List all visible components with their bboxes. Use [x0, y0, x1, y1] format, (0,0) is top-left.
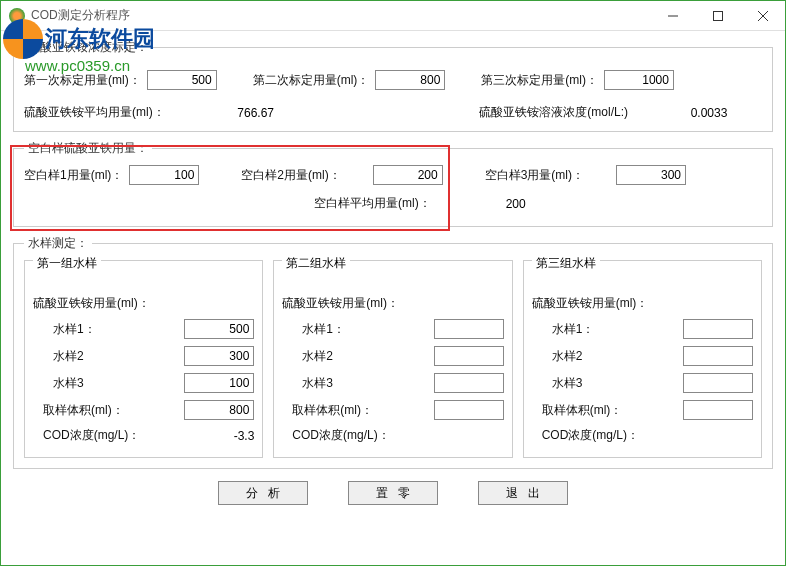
sample-group-1: 第一组水样硫酸亚铁铵用量(ml)：水样1：水样2水样3取样体积(ml)：COD浓…	[24, 260, 263, 458]
cal3-input[interactable]	[604, 70, 674, 90]
button-bar: 分析 置零 退出	[13, 481, 773, 505]
s1-label: 水样1：	[282, 321, 392, 338]
window-title: COD测定分析程序	[31, 7, 650, 24]
s1-input[interactable]	[184, 319, 254, 339]
cod-label: COD浓度(mg/L)：	[532, 427, 642, 444]
cod-label: COD浓度(mg/L)：	[282, 427, 392, 444]
s2-input[interactable]	[683, 346, 753, 366]
vol-label: 取样体积(ml)：	[532, 402, 642, 419]
blank-legend: 空白样硫酸亚铁用量：	[24, 140, 152, 157]
group-title: 第一组水样	[33, 255, 101, 272]
blank2-label: 空白样2用量(ml)：	[241, 167, 340, 184]
s3-label: 水样3	[33, 375, 143, 392]
maximize-button[interactable]	[695, 1, 740, 31]
s2-input[interactable]	[434, 346, 504, 366]
sample-group-3: 第三组水样硫酸亚铁铵用量(ml)：水样1：水样2水样3取样体积(ml)：COD浓…	[523, 260, 762, 458]
blank-avg-label: 空白样平均用量(ml)：	[314, 195, 431, 212]
s1-label: 水样1：	[532, 321, 642, 338]
minimize-button[interactable]	[650, 1, 695, 31]
window-controls	[650, 1, 785, 30]
s1-input[interactable]	[683, 319, 753, 339]
blank1-input[interactable]	[129, 165, 199, 185]
blank-group: 空白样硫酸亚铁用量： 空白样1用量(ml)： 空白样2用量(ml)： 空白样3用…	[13, 140, 773, 227]
group-title: 第三组水样	[532, 255, 600, 272]
vol-input[interactable]	[434, 400, 504, 420]
blank3-label: 空白样3用量(ml)：	[485, 167, 584, 184]
blank2-input[interactable]	[373, 165, 443, 185]
close-button[interactable]	[740, 1, 785, 31]
cal-conc-value: 0.0033	[674, 106, 744, 120]
cal1-label: 第一次标定用量(ml)：	[24, 72, 141, 89]
s3-label: 水样3	[282, 375, 392, 392]
cal-conc-label: 硫酸亚铁铵溶液浓度(mol/L:)	[479, 104, 628, 121]
cal-avg-value: 766.67	[221, 106, 291, 120]
sample-group-2: 第二组水样硫酸亚铁铵用量(ml)：水样1：水样2水样3取样体积(ml)：COD浓…	[273, 260, 512, 458]
app-icon	[9, 8, 25, 24]
samples-group: 水样测定： 第一组水样硫酸亚铁铵用量(ml)：水样1：水样2水样3取样体积(ml…	[13, 235, 773, 469]
highlight-box	[10, 145, 450, 231]
titlebar: COD测定分析程序	[1, 1, 785, 31]
cal1-input[interactable]	[147, 70, 217, 90]
blank1-label: 空白样1用量(ml)：	[24, 167, 123, 184]
calibration-group: 硫酸亚铁铵浓度标定： 第一次标定用量(ml)： 第二次标定用量(ml)： 第三次…	[13, 39, 773, 132]
s2-label: 水样2	[282, 348, 392, 365]
cod-value: -3.3	[194, 429, 254, 443]
blank-avg-value: 200	[481, 197, 551, 211]
s3-input[interactable]	[683, 373, 753, 393]
cal2-label: 第二次标定用量(ml)：	[253, 72, 370, 89]
s2-input[interactable]	[184, 346, 254, 366]
fas-label: 硫酸亚铁铵用量(ml)：	[33, 295, 150, 312]
samples-legend: 水样测定：	[24, 235, 92, 252]
vol-input[interactable]	[683, 400, 753, 420]
cod-label: COD浓度(mg/L)：	[33, 427, 143, 444]
fas-label: 硫酸亚铁铵用量(ml)：	[282, 295, 399, 312]
s1-input[interactable]	[434, 319, 504, 339]
s2-label: 水样2	[33, 348, 143, 365]
exit-button[interactable]: 退出	[478, 481, 568, 505]
group-title: 第二组水样	[282, 255, 350, 272]
cal2-input[interactable]	[375, 70, 445, 90]
vol-label: 取样体积(ml)：	[33, 402, 143, 419]
cal3-label: 第三次标定用量(ml)：	[481, 72, 598, 89]
calibration-legend: 硫酸亚铁铵浓度标定：	[24, 39, 152, 56]
s3-input[interactable]	[184, 373, 254, 393]
analyze-button[interactable]: 分析	[218, 481, 308, 505]
blank3-input[interactable]	[616, 165, 686, 185]
vol-input[interactable]	[184, 400, 254, 420]
svg-rect-1	[713, 12, 722, 21]
s3-input[interactable]	[434, 373, 504, 393]
fas-label: 硫酸亚铁铵用量(ml)：	[532, 295, 649, 312]
vol-label: 取样体积(ml)：	[282, 402, 392, 419]
s1-label: 水样1：	[33, 321, 143, 338]
s2-label: 水样2	[532, 348, 642, 365]
reset-button[interactable]: 置零	[348, 481, 438, 505]
cal-avg-label: 硫酸亚铁铵平均用量(ml)：	[24, 104, 165, 121]
s3-label: 水样3	[532, 375, 642, 392]
